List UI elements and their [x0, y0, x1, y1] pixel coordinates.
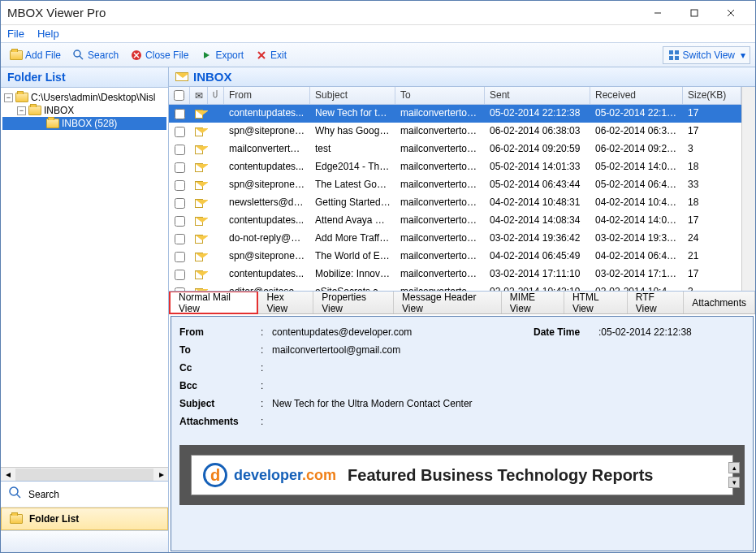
table-row[interactable]: spn@sitepronew...Why has Google ...mailc… — [169, 123, 741, 140]
table-row[interactable]: do-not-reply@de...Add More Traffic ...ma… — [169, 230, 741, 248]
row-from: contentupdates... — [224, 158, 310, 176]
table-row[interactable]: contentupdates...Attend Avaya Evo...mail… — [169, 212, 741, 230]
row-to: mailconvertertool... — [395, 230, 485, 248]
table-row[interactable]: newsletters@dev...Getting Started ...mai… — [169, 194, 741, 212]
tab-hex[interactable]: Hex View — [258, 292, 313, 313]
banner-headline: Featured Business Technology Reports — [348, 466, 653, 485]
sidebar-tab-search[interactable]: Search — [1, 482, 168, 508]
row-from: spn@sitepronew... — [224, 123, 310, 140]
row-from: editor@esitesecr... — [224, 283, 310, 291]
table-row[interactable]: spn@sitepronew...The World of Eco...mail… — [169, 248, 741, 266]
close-button[interactable] — [712, 2, 749, 24]
tree-inbox[interactable]: − INBOX — [2, 104, 166, 117]
mail-icon — [190, 140, 208, 158]
table-row[interactable]: spn@sitepronew...The Latest Googl...mail… — [169, 176, 741, 194]
scroll-down-icon[interactable]: ▾ — [728, 477, 740, 488]
row-checkbox[interactable] — [169, 140, 190, 158]
svg-line-5 — [80, 56, 83, 59]
row-checkbox[interactable] — [169, 194, 190, 212]
col-subject[interactable]: Subject — [310, 87, 395, 104]
table-row[interactable]: contentupdates...Edge2014 - The P...mail… — [169, 158, 741, 176]
row-sent: 03-02-2014 17:11:10 — [485, 266, 590, 283]
folder-tree: − C:\Users\admin\Desktop\Nisl − INBOX IN… — [1, 88, 168, 467]
switch-view-button[interactable]: Switch View ▾ — [663, 46, 750, 64]
export-icon — [200, 49, 213, 62]
detail-datetime-value: 05-02-2014 22:12:38 — [601, 326, 691, 338]
row-sent: 04-02-2014 10:48:31 — [485, 194, 590, 212]
tab-message-header[interactable]: Message Header View — [394, 292, 502, 313]
email-grid: ✉ From Subject To Sent Received Size(KB)… — [169, 87, 741, 291]
menu-help[interactable]: Help — [37, 28, 59, 40]
export-button[interactable]: Export — [196, 47, 248, 63]
collapse-icon[interactable]: − — [17, 106, 26, 115]
collapse-icon[interactable]: − — [4, 93, 13, 102]
col-size[interactable]: Size(KB) — [683, 87, 741, 104]
menu-file[interactable]: File — [7, 28, 24, 40]
table-row[interactable]: contentupdates...New Tech for the ...mai… — [169, 105, 741, 123]
tab-attachments[interactable]: Attachments — [684, 292, 755, 313]
mail-icon — [190, 248, 208, 266]
row-checkbox[interactable] — [169, 248, 190, 266]
table-row[interactable]: mailconvertertool...testmailconvertertoo… — [169, 140, 741, 158]
row-subject: Mobilize: Innovat... — [310, 266, 395, 283]
mail-icon — [190, 158, 208, 176]
minimize-button[interactable] — [639, 2, 676, 24]
tab-rtf[interactable]: RTF View — [628, 292, 684, 313]
table-row[interactable]: editor@esitesecr...eSiteSecrets.com ...m… — [169, 283, 741, 291]
tab-mime[interactable]: MIME View — [502, 292, 564, 313]
row-size: 24 — [683, 230, 741, 248]
row-checkbox[interactable] — [169, 283, 190, 291]
table-row[interactable]: contentupdates...Mobilize: Innovat...mai… — [169, 266, 741, 283]
tab-normal-mail[interactable]: Normal Mail View — [169, 291, 258, 314]
vertical-scrollbar[interactable] — [741, 87, 755, 291]
svg-rect-1 — [691, 10, 698, 16]
row-attachment — [208, 266, 224, 283]
exit-button[interactable]: Exit — [251, 47, 291, 63]
row-to: mailconvertertool... — [395, 194, 485, 212]
col-from[interactable]: From — [224, 87, 310, 104]
message-body-preview: d developer.com Featured Business Techno… — [179, 445, 745, 505]
col-to[interactable]: To — [395, 87, 485, 104]
close-file-button[interactable]: Close File — [126, 47, 192, 63]
row-attachment — [208, 140, 224, 158]
row-received: 04-02-2014 10:48:... — [590, 194, 683, 212]
tree-root-label: C:\Users\admin\Desktop\Nisl — [31, 92, 155, 103]
row-subject: eSiteSecrets.com ... — [310, 283, 395, 291]
row-checkbox[interactable] — [169, 212, 190, 230]
tree-root[interactable]: − C:\Users\admin\Desktop\Nisl — [2, 91, 166, 104]
col-icon[interactable]: ✉ — [190, 87, 208, 104]
col-checkbox[interactable] — [169, 87, 190, 104]
add-file-button[interactable]: Add File — [6, 47, 65, 63]
row-attachment — [208, 283, 224, 291]
col-sent[interactable]: Sent — [485, 87, 590, 104]
row-received: 05-02-2014 14:01:... — [590, 158, 683, 176]
search-button[interactable]: Search — [68, 47, 123, 63]
detail-attachments-value — [272, 416, 745, 427]
tab-properties[interactable]: Properties View — [313, 292, 394, 313]
maximize-button[interactable] — [676, 2, 712, 24]
banner-brand: developer.com — [234, 467, 336, 484]
row-checkbox[interactable] — [169, 266, 190, 283]
row-to: mailconvertertool... — [395, 248, 485, 266]
row-checkbox[interactable] — [169, 123, 190, 140]
row-checkbox[interactable] — [169, 230, 190, 248]
col-attachment[interactable] — [208, 87, 224, 104]
exit-icon — [255, 49, 268, 62]
content-pane: INBOX ✉ From Subject To Sent Received Si… — [169, 67, 755, 553]
sidebar: Folder List − C:\Users\admin\Desktop\Nis… — [1, 67, 169, 553]
sidebar-tab-folder-list[interactable]: Folder List — [1, 508, 168, 530]
row-received: 04-02-2014 06:45:... — [590, 248, 683, 266]
tab-html[interactable]: HTML View — [564, 292, 628, 313]
row-from: mailconvertertool... — [224, 140, 310, 158]
scroll-up-icon[interactable]: ▴ — [728, 462, 740, 473]
row-checkbox[interactable] — [169, 158, 190, 176]
row-received: 02-02-2014 10:42:... — [590, 283, 683, 291]
svg-rect-13 — [675, 50, 679, 54]
row-checkbox[interactable] — [169, 105, 190, 123]
row-checkbox[interactable] — [169, 176, 190, 194]
col-received[interactable]: Received — [590, 87, 683, 104]
horizontal-scrollbar[interactable]: ◂ ▸ — [1, 467, 168, 481]
detail-from-value: contentupdates@developer.com — [272, 326, 534, 338]
row-to: mailconvertertool... — [395, 140, 485, 158]
tree-inbox-child[interactable]: INBOX (528) — [2, 117, 166, 130]
